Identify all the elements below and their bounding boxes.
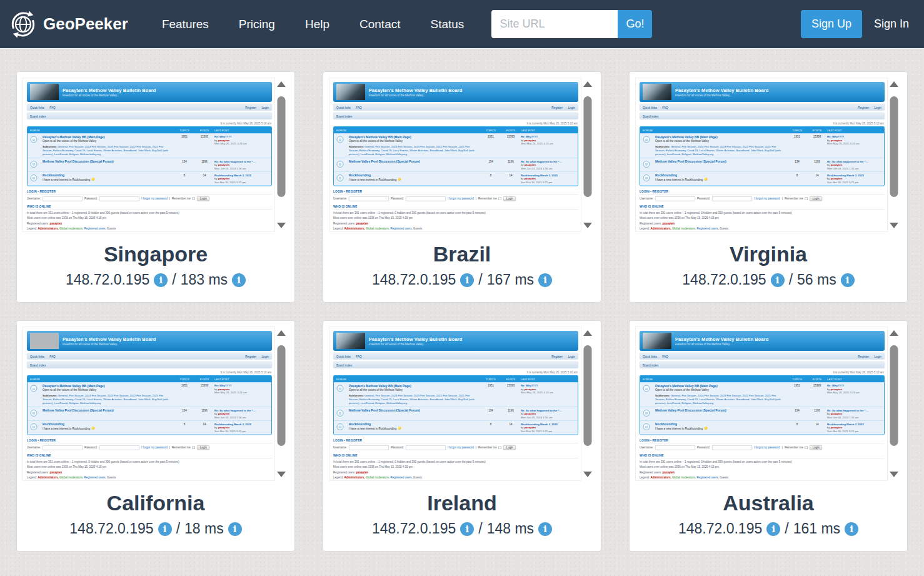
forum-title: Pasayten's Methow Valley Bulletin Board [369,336,462,342]
username-input [655,445,695,450]
scroll-up-arrow-icon[interactable] [583,330,592,336]
scroll-up-arrow-icon[interactable] [583,81,592,87]
scroll-down-arrow-icon[interactable] [277,223,286,228]
scrollbar-track[interactable] [581,336,594,472]
last-post-user: pasayten [525,177,536,180]
brand[interactable]: GeoPeeker [9,10,128,39]
last-post-user: pasayten [218,412,229,415]
scrollbar-thumb[interactable] [278,96,286,197]
faq-link: FAQ [49,355,56,358]
username-label: Username: [333,197,347,200]
sign-up-button[interactable]: Sign Up [801,10,862,38]
nav-link-help[interactable]: Help [290,9,344,40]
mini-login-button: Login [503,445,516,450]
scrollbar-thumb[interactable] [584,345,592,446]
ip-info-icon[interactable]: i [158,522,172,536]
scrollbar-thumb[interactable] [278,345,286,446]
preview-scrollbar[interactable] [275,326,288,481]
nav-link-pricing[interactable]: Pricing [224,9,290,40]
username-input [349,445,389,450]
ip-info-icon[interactable]: i [460,273,474,287]
subforums-list: General, Fire Season, 2024 Fire Season, … [43,145,168,156]
scroll-up-arrow-icon[interactable] [890,81,898,87]
posts-count: 1196 [807,408,827,418]
smiley-icon [704,427,707,430]
forum-row-title: Rockhounding [349,422,481,426]
scroll-down-arrow-icon[interactable] [583,223,592,228]
preview-scrollbar[interactable] [888,78,900,232]
preview-scrollbar[interactable] [581,326,594,481]
scroll-down-arrow-icon[interactable] [277,472,286,477]
ping-info-icon[interactable]: i [538,273,552,287]
scroll-up-arrow-icon[interactable] [890,330,898,336]
password-label: Password: [697,197,710,200]
registered-users-line: Registered users: pasayten [27,221,272,225]
board-index-link: Board index [30,114,46,118]
smiley-icon [398,427,401,430]
ping-info-icon[interactable]: i [841,273,855,287]
scroll-down-arrow-icon[interactable] [890,472,898,477]
forum-screenshot: Pasayten's Methow Valley Bulletin Board … [329,78,581,232]
nav-link-status[interactable]: Status [416,9,480,40]
scrollbar-track[interactable] [275,87,288,223]
ip-info-icon[interactable]: i [766,522,780,536]
ip-info-icon[interactable]: i [771,273,785,287]
go-button[interactable]: Go! [618,10,652,38]
col-topics: TOPICS [174,378,194,381]
scroll-down-arrow-icon[interactable] [890,223,898,228]
forum-table-header: FORUM TOPICS POSTS LAST POST [640,127,884,133]
scrollbar-thumb[interactable] [584,96,592,197]
scrollbar-track[interactable] [581,87,594,223]
forum-table: FORUM TOPICS POSTS LAST POST ▤ Pasayten'… [27,126,272,186]
forum-table-header: FORUM TOPICS POSTS LAST POST [28,127,271,133]
ping-info-icon[interactable]: i [538,522,552,536]
forum-logo [643,84,671,100]
forum-row-desc: Open to all the voices of the Methow Val… [655,388,787,392]
most-online-line: Most users ever online was 1936 on Thu M… [640,216,885,220]
scroll-up-arrow-icon[interactable] [277,81,286,87]
scrollbar-track[interactable] [275,336,288,472]
login-form: Username: Password: I forgot my password… [640,196,885,201]
password-input [712,445,752,450]
ping-info-icon[interactable]: i [232,273,246,287]
forum-topic-icon: ▤ [337,136,344,143]
last-post-date: Mon Jun 03, 2024 1:56 am [827,415,882,418]
nav-link-contact[interactable]: Contact [344,9,415,40]
legend-line: Legend: Administrators, Global moderator… [640,476,885,480]
scroll-up-arrow-icon[interactable] [277,330,286,336]
scrollbar-track[interactable] [888,336,900,472]
nav-link-features[interactable]: Features [147,9,224,40]
scrollbar-thumb[interactable] [890,96,898,197]
forum-row-title: Pasayten's Methow Valley BB (Main Page) [349,384,481,388]
site-url-input[interactable] [491,10,618,38]
col-posts: POSTS [807,129,827,132]
preview-scrollbar[interactable] [275,78,288,232]
preview-scrollbar[interactable] [888,326,900,481]
preview-scrollbar[interactable] [581,78,594,232]
registered-users-line: Registered users: pasayten [27,470,272,474]
password-input [99,196,139,201]
scrollbar-track[interactable] [888,87,900,223]
register-link: Register [551,355,563,358]
forum-subtitle: Freedom for all voices of the Methow Val… [675,343,768,346]
scrollbar-thumb[interactable] [890,345,898,446]
sign-in-link[interactable]: Sign In [874,18,909,31]
by-label: by [214,426,217,429]
subforums-label: Subforums: [349,394,364,397]
ip-info-icon[interactable]: i [154,273,168,287]
ip-info-icon[interactable]: i [460,522,474,536]
faq-link: FAQ [49,106,56,109]
registered-users-line: Registered users: pasayten [640,221,885,225]
forum-row-title: Methow Valley Pool Discussion (Special F… [349,159,481,163]
posts-count: 14 [501,173,521,183]
forum-row-main-page: ▤ Pasayten's Methow Valley BB (Main Page… [28,133,271,158]
scroll-down-arrow-icon[interactable] [583,472,592,477]
online-count-line: In total there are 391 users online :: 1… [27,211,272,215]
ping-info-icon[interactable]: i [845,522,858,536]
subforums-label: Subforums: [43,394,58,397]
forum-screenshot: Pasayten's Methow Valley Bulletin Board … [23,327,275,481]
navbar: GeoPeeker Features Pricing Help Contact … [0,0,924,48]
ping-info-icon[interactable]: i [228,522,242,536]
col-lastpost: LAST POST [827,378,884,381]
subforums-label: Subforums: [655,394,670,397]
